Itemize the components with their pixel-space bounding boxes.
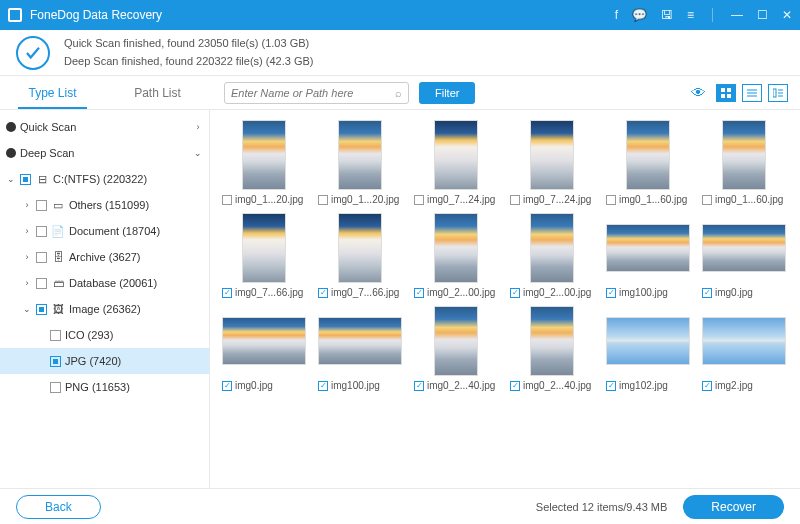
- filename: img0_1...20.jpg: [331, 194, 402, 205]
- tab-type-list[interactable]: Type List: [0, 78, 105, 108]
- tree-ico[interactable]: ICO (293): [0, 322, 209, 348]
- filename: img0_7...66.jpg: [331, 287, 402, 298]
- checkbox[interactable]: [702, 195, 712, 205]
- checkbox[interactable]: [50, 356, 61, 367]
- view-grid-button[interactable]: [716, 84, 736, 102]
- checkbox[interactable]: ✓: [222, 381, 232, 391]
- checkbox[interactable]: [50, 382, 61, 393]
- label: Deep Scan: [20, 147, 74, 159]
- recover-button[interactable]: Recover: [683, 495, 784, 519]
- facebook-icon[interactable]: f: [615, 8, 618, 22]
- thumbnail-item[interactable]: img0_7...24.jpg: [414, 120, 498, 205]
- filename: img0_1...60.jpg: [619, 194, 690, 205]
- checkbox[interactable]: ✓: [606, 381, 616, 391]
- checkbox[interactable]: [318, 195, 328, 205]
- checkbox[interactable]: ✓: [702, 381, 712, 391]
- tree-drive[interactable]: ⌄⊟C:(NTFS) (220322): [0, 166, 209, 192]
- thumbnail-item[interactable]: ✓img0.jpg: [702, 213, 786, 298]
- thumbnail-item[interactable]: ✓img0_7...66.jpg: [318, 213, 402, 298]
- thumbnail-item[interactable]: ✓img100.jpg: [318, 306, 402, 391]
- image-icon: 🖼: [51, 302, 65, 316]
- menu-icon[interactable]: ≡: [687, 8, 694, 22]
- checkbox[interactable]: ✓: [510, 288, 520, 298]
- sidebar: Quick Scan› Deep Scan⌄ ⌄⊟C:(NTFS) (22032…: [0, 110, 210, 488]
- filename: img0.jpg: [715, 287, 786, 298]
- tree-png[interactable]: PNG (11653): [0, 374, 209, 400]
- tab-path-list[interactable]: Path List: [105, 78, 210, 108]
- preview-icon[interactable]: 👁: [691, 84, 706, 101]
- separator: [712, 8, 713, 22]
- back-button[interactable]: Back: [16, 495, 101, 519]
- checkbox[interactable]: [36, 278, 47, 289]
- search-icon[interactable]: ⌕: [395, 87, 402, 99]
- save-icon[interactable]: 🖫: [661, 8, 673, 22]
- chevron-right-icon: ›: [193, 122, 203, 132]
- view-detail-button[interactable]: [768, 84, 788, 102]
- checkbox[interactable]: ✓: [414, 288, 424, 298]
- toolbar: Type List Path List ⌕ Filter 👁: [0, 76, 800, 110]
- thumbnail-item[interactable]: img0_1...60.jpg: [702, 120, 786, 205]
- checkbox[interactable]: ✓: [702, 288, 712, 298]
- thumbnail-item[interactable]: ✓img102.jpg: [606, 306, 690, 391]
- tree-quick-scan[interactable]: Quick Scan›: [0, 114, 209, 140]
- checkbox[interactable]: [50, 330, 61, 341]
- filename: img0.jpg: [235, 380, 306, 391]
- label: Quick Scan: [20, 121, 76, 133]
- search-box[interactable]: ⌕: [224, 82, 409, 104]
- thumbnail-item[interactable]: ✓img0_2...40.jpg: [510, 306, 594, 391]
- checkbox[interactable]: [222, 195, 232, 205]
- filter-button[interactable]: Filter: [419, 82, 475, 104]
- svg-rect-4: [727, 94, 731, 98]
- checkbox[interactable]: [36, 226, 47, 237]
- checkbox[interactable]: [20, 174, 31, 185]
- thumbnail-item[interactable]: img0_1...20.jpg: [318, 120, 402, 205]
- quick-scan-status: Quick Scan finished, found 23050 file(s)…: [64, 35, 313, 53]
- minimize-icon[interactable]: —: [731, 8, 743, 22]
- tree-deep-scan[interactable]: Deep Scan⌄: [0, 140, 209, 166]
- thumbnail-item[interactable]: ✓img0_7...66.jpg: [222, 213, 306, 298]
- maximize-icon[interactable]: ☐: [757, 8, 768, 22]
- main-area: Quick Scan› Deep Scan⌄ ⌄⊟C:(NTFS) (22032…: [0, 110, 800, 488]
- titlebar: FoneDog Data Recovery f 💬 🖫 ≡ — ☐ ✕: [0, 0, 800, 30]
- checkbox[interactable]: [36, 200, 47, 211]
- checkbox[interactable]: ✓: [318, 381, 328, 391]
- tree-others[interactable]: ›▭Others (151099): [0, 192, 209, 218]
- thumbnail-item[interactable]: ✓img100.jpg: [606, 213, 690, 298]
- checkbox[interactable]: ✓: [414, 381, 424, 391]
- feedback-icon[interactable]: 💬: [632, 8, 647, 22]
- filename: img0_7...66.jpg: [235, 287, 306, 298]
- filename: img2.jpg: [715, 380, 786, 391]
- thumbnail-item[interactable]: ✓img0_2...40.jpg: [414, 306, 498, 391]
- checkbox[interactable]: ✓: [318, 288, 328, 298]
- tree-document[interactable]: ›📄Document (18704): [0, 218, 209, 244]
- search-input[interactable]: [231, 87, 395, 99]
- checkbox[interactable]: [36, 304, 47, 315]
- app-logo: [8, 8, 22, 22]
- view-list-button[interactable]: [742, 84, 762, 102]
- checkbox[interactable]: [414, 195, 424, 205]
- checkbox[interactable]: [510, 195, 520, 205]
- checkbox[interactable]: ✓: [510, 381, 520, 391]
- thumbnail-item[interactable]: img0_7...24.jpg: [510, 120, 594, 205]
- checkbox[interactable]: ✓: [222, 288, 232, 298]
- thumbnail-item[interactable]: img0_1...60.jpg: [606, 120, 690, 205]
- thumbnail-item[interactable]: ✓img0_2...00.jpg: [414, 213, 498, 298]
- tree-image[interactable]: ⌄🖼Image (26362): [0, 296, 209, 322]
- checkbox[interactable]: [606, 195, 616, 205]
- checkbox[interactable]: [36, 252, 47, 263]
- folder-icon: ▭: [51, 198, 65, 212]
- label: Database (20061): [69, 277, 157, 289]
- tree-archive[interactable]: ›🗄Archive (3627): [0, 244, 209, 270]
- archive-icon: 🗄: [51, 250, 65, 264]
- checkbox[interactable]: ✓: [606, 288, 616, 298]
- thumbnail-item[interactable]: ✓img2.jpg: [702, 306, 786, 391]
- chevron-down-icon: ⌄: [193, 148, 203, 158]
- thumbnail-item[interactable]: img0_1...20.jpg: [222, 120, 306, 205]
- tree-database[interactable]: ›🗃Database (20061): [0, 270, 209, 296]
- thumbnail-item[interactable]: ✓img0_2...00.jpg: [510, 213, 594, 298]
- document-icon: 📄: [51, 224, 65, 238]
- thumbnail-item[interactable]: ✓img0.jpg: [222, 306, 306, 391]
- tree-jpg[interactable]: JPG (7420): [0, 348, 209, 374]
- selection-status: Selected 12 items/9.43 MB: [536, 501, 667, 513]
- close-icon[interactable]: ✕: [782, 8, 792, 22]
